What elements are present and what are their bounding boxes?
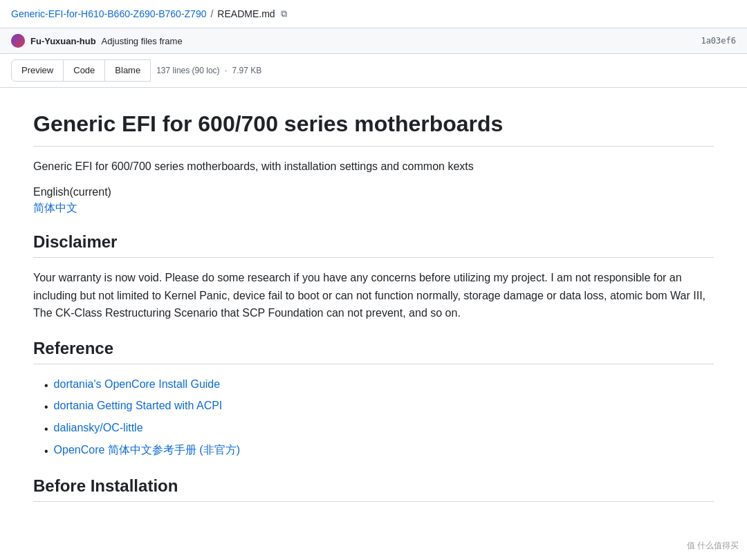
commit-bar: Fu-Yuxuan-hub Adjusting files frame 1a03… [0,28,747,54]
breadcrumb-separator: / [210,8,213,19]
ref-link-2[interactable]: dortania Getting Started with ACPI [54,397,223,415]
avatar [11,34,25,48]
file-size: 7.97 KB [232,66,262,75]
avatar-image [11,34,25,48]
list-item: • daliansky/OC-little [44,419,714,438]
tabs-bar: Preview Code Blame 137 lines (90 loc) · … [0,54,747,88]
bullet-icon: • [44,377,48,395]
list-item: • dortania Getting Started with ACPI [44,397,714,416]
bullet-icon: • [44,398,48,416]
section-reference-title: Reference [33,339,714,364]
commit-bar-left: Fu-Yuxuan-hub Adjusting files frame [11,34,183,48]
commit-author[interactable]: Fu-Yuxuan-hub [30,36,96,46]
list-item: • dortania's OpenCore Install Guide [44,375,714,395]
section-disclaimer-body: Your warranty is now void. Please do som… [33,269,714,322]
commit-hash[interactable]: 1a03ef6 [701,36,736,46]
tab-blame[interactable]: Blame [105,59,151,82]
ref-link-1[interactable]: dortania's OpenCore Install Guide [54,375,221,393]
commit-message: Adjusting files frame [102,36,183,46]
breadcrumb: Generic-EFI-for-H610-B660-Z690-B760-Z790… [0,0,747,28]
breadcrumb-file: README.md [217,8,275,19]
tab-preview[interactable]: Preview [11,59,64,82]
lang-link[interactable]: 简体中文 [33,202,77,214]
tab-code[interactable]: Code [64,59,105,82]
ref-link-4[interactable]: OpenCore 简体中文参考手册 (非官方) [54,441,240,459]
repo-link[interactable]: Generic-EFI-for-H610-B660-Z690-B760-Z790 [11,8,206,19]
section-before-install-title: Before Installation [33,476,714,502]
bullet-icon: • [44,420,48,438]
copy-icon[interactable]: ⧉ [281,8,287,19]
ref-link-3[interactable]: daliansky/OC-little [54,419,143,437]
content-area: Generic EFI for 600/700 series motherboa… [0,88,747,536]
bullet-icon: • [44,442,48,460]
section-disclaimer-title: Disclaimer [33,232,714,258]
list-item: • OpenCore 简体中文参考手册 (非官方) [44,441,714,460]
readme-title: Generic EFI for 600/700 series motherboa… [33,110,714,147]
file-lines: 137 lines (90 loc) [156,66,219,75]
dot: · [225,66,227,75]
lang-current: English(current) [33,186,714,198]
readme-subtitle: Generic EFI for 600/700 series motherboa… [33,158,714,176]
file-info: 137 lines (90 loc) · 7.97 KB [156,66,261,75]
reference-list: • dortania's OpenCore Install Guide • do… [33,375,714,460]
